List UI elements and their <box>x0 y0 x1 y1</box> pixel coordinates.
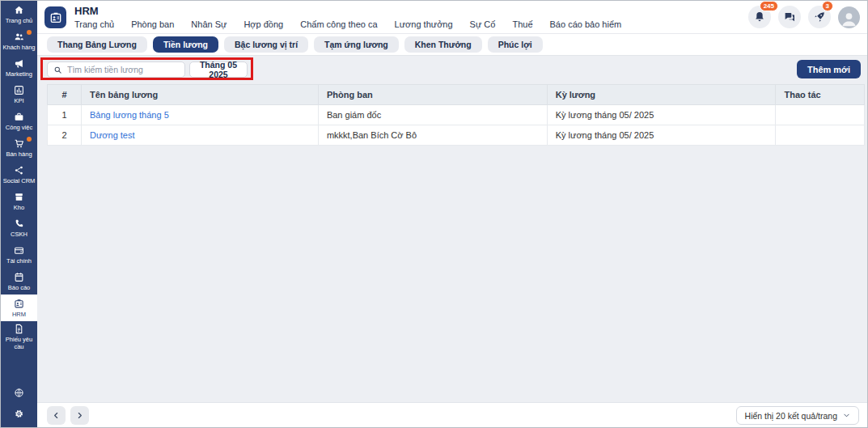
nav-nhan-su[interactable]: Nhân Sự <box>191 19 227 29</box>
home-icon <box>14 5 24 15</box>
sidebar-item-label: KPI <box>14 97 23 104</box>
notifications-count-badge: 245 <box>760 1 778 11</box>
row-index: 1 <box>48 105 82 125</box>
sidebar-item-hrm[interactable]: HRM <box>1 295 37 321</box>
next-page-button[interactable] <box>70 406 89 425</box>
sidebar-item-label: Phiếu yêu cầu <box>2 336 36 350</box>
salary-tabs: Thang Bảng Lương Tiền lương Bậc lương vị… <box>37 34 867 56</box>
sidebar-item-label: HRM <box>12 311 26 318</box>
tab-phuc-loi[interactable]: Phúc lợi <box>488 36 543 53</box>
search-box[interactable] <box>47 61 185 78</box>
sidebar-item-cskh[interactable]: CSKH <box>1 214 37 241</box>
nav-bao-cao-bao-hiem[interactable]: Báo cáo bảo hiểm <box>550 19 622 29</box>
sidebar-item-phieu-yeu-cau[interactable]: Phiếu yêu cầu <box>1 321 37 353</box>
tab-bac-luong-vi-tri[interactable]: Bậc lương vị trí <box>224 36 308 53</box>
col-header-period: Kỳ lương <box>547 85 776 105</box>
sidebar-item-trang-chu[interactable]: Trang chủ <box>1 1 37 28</box>
page-size-selector[interactable]: Hiển thị 20 kết quả/trang <box>736 406 859 425</box>
nav-luong-thuong[interactable]: Lương thưởng <box>395 19 453 29</box>
search-icon <box>53 66 62 74</box>
rocket-count-badge: 3 <box>822 1 833 11</box>
hrm-app-icon[interactable] <box>44 6 66 28</box>
globe-icon <box>14 388 24 398</box>
sidebar-item-cong-viec[interactable]: Công việc <box>1 108 37 134</box>
prev-page-button[interactable] <box>47 406 66 425</box>
nav-phong-ban[interactable]: Phòng ban <box>131 19 174 29</box>
warehouse-icon <box>14 192 24 202</box>
pagination-bar: Hiển thị 20 kết quả/trang <box>37 402 867 427</box>
row-department: Ban giám đốc <box>318 105 547 125</box>
finance-icon <box>14 245 24 256</box>
app-header: HRM Trang chủ Phòng ban Nhân Sự Hợp đồng… <box>37 1 867 34</box>
sidebar-item-social-crm[interactable]: Social CRM <box>1 161 37 188</box>
table-header-row: # Tên bảng lương Phòng ban Kỳ lương Thao… <box>48 85 865 105</box>
sidebar-item-kpi[interactable]: KPI <box>1 81 37 108</box>
tab-thang-bang-luong[interactable]: Thang Bảng Lương <box>47 36 147 53</box>
messages-button[interactable] <box>778 6 801 28</box>
sidebar-item-label: Khách hàng <box>2 44 35 51</box>
notifications-button[interactable]: 245 <box>748 6 771 28</box>
search-input[interactable] <box>67 65 179 74</box>
sidebar-item-label: Bán hàng <box>6 150 32 158</box>
tab-tam-ung-luong[interactable]: Tạm ứng lương <box>314 36 399 53</box>
table-row: 1 Bảng lương tháng 5 Ban giám đốc Kỳ lươ… <box>48 105 865 125</box>
sidebar-item-ban-hang[interactable]: Bán hàng <box>1 134 37 161</box>
nav-hop-dong[interactable]: Hợp đồng <box>243 19 283 29</box>
gear-icon <box>14 409 24 419</box>
sidebar-globe-button[interactable] <box>1 382 37 403</box>
tab-tien-luong[interactable]: Tiền lương <box>153 36 218 53</box>
chevron-right-icon <box>75 411 84 420</box>
sidebar-item-label: Social CRM <box>3 177 36 184</box>
rocket-icon <box>813 11 826 23</box>
col-header-index: # <box>48 85 82 105</box>
chevron-left-icon <box>52 411 61 420</box>
sidebar-item-bao-cao[interactable]: Báo cáo <box>1 268 37 295</box>
table-row: 2 Dương test mkkkt,Ban Bích Cờ Bô Kỳ lươ… <box>48 125 865 146</box>
nav-su-co[interactable]: Sự Cố <box>470 19 496 29</box>
nav-trang-chu[interactable]: Trang chủ <box>74 19 114 29</box>
header-actions: 245 3 <box>748 6 860 28</box>
notification-dot <box>27 30 32 35</box>
kpi-chart-icon <box>14 85 24 95</box>
tab-khen-thuong[interactable]: Khen Thưởng <box>404 36 482 53</box>
sidebar-item-label: Marketing <box>6 70 32 78</box>
sidebar-spacer <box>1 353 37 382</box>
phone-icon <box>14 218 24 229</box>
sidebar-item-label: Tài chính <box>6 257 32 265</box>
col-header-department: Phòng ban <box>318 85 547 105</box>
row-period: Kỳ lương tháng 05/ 2025 <box>547 125 776 146</box>
module-nav: Trang chủ Phòng ban Nhân Sự Hợp đồng Chấ… <box>74 19 621 29</box>
sidebar-settings-button[interactable] <box>1 403 37 424</box>
add-new-button[interactable]: Thêm mới <box>797 60 861 78</box>
sidebar-item-kho[interactable]: Kho <box>1 188 37 214</box>
person-icon <box>840 10 858 28</box>
nav-cham-cong-theo-ca[interactable]: Chấm công theo ca <box>300 19 377 29</box>
report-icon <box>14 272 24 282</box>
nav-thue[interactable]: Thuế <box>512 19 532 29</box>
row-index: 2 <box>48 125 82 146</box>
row-actions <box>776 105 865 125</box>
sidebar-item-tai-chinh[interactable]: Tài chính <box>1 241 37 268</box>
row-department: mkkkt,Ban Bích Cờ Bô <box>318 125 547 146</box>
rocket-button[interactable]: 3 <box>808 6 831 28</box>
sidebar-item-khach-hang[interactable]: Khách hàng <box>1 28 37 54</box>
payroll-link[interactable]: Dương test <box>90 130 135 140</box>
sidebar-item-marketing[interactable]: Marketing <box>1 54 37 81</box>
id-badge-icon <box>49 11 62 24</box>
row-period: Kỳ lương tháng 05/ 2025 <box>547 105 776 125</box>
chat-icon <box>783 11 796 23</box>
request-doc-icon <box>14 324 24 334</box>
month-picker-button[interactable]: Tháng 05 2025 <box>189 61 248 78</box>
col-header-actions: Thao tác <box>776 85 865 105</box>
salary-table-wrap: # Tên bảng lương Phòng ban Kỳ lương Thao… <box>47 84 865 146</box>
main-content: Tháng 05 2025 Thêm mới # Tên bảng lương … <box>37 56 867 427</box>
sidebar-item-label: Trang chủ <box>6 17 33 24</box>
notification-dot <box>27 137 32 142</box>
salary-table: # Tên bảng lương Phòng ban Kỳ lương Thao… <box>47 84 865 146</box>
payroll-link[interactable]: Bảng lương tháng 5 <box>90 110 169 120</box>
hrm-app-window: Trang chủ Khách hàng Marketing KPI Công … <box>0 0 868 428</box>
user-avatar[interactable] <box>838 6 860 28</box>
main-sidebar: Trang chủ Khách hàng Marketing KPI Công … <box>1 1 37 427</box>
sidebar-item-label: Báo cáo <box>8 284 31 291</box>
col-header-name: Tên bảng lương <box>82 85 319 105</box>
